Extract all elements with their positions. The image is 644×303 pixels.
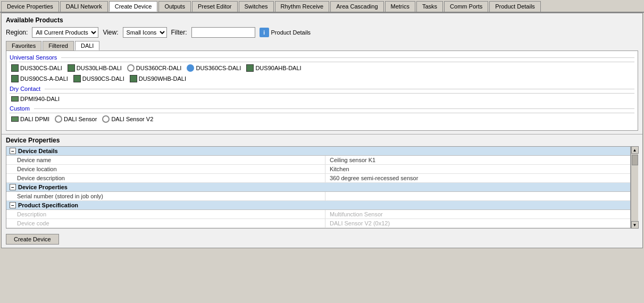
product-item[interactable]: DUS90CS-DALI: [72, 74, 126, 83]
view-label: View:: [103, 29, 118, 36]
product-row: DALI DPMIDALI SensorDALI Sensor V2: [10, 114, 634, 124]
prop-value: DALI Sensor V2 (0x12): [325, 219, 630, 228]
product-label: DUS30CS-DALI: [20, 65, 62, 71]
scroll-down-button[interactable]: ▼: [631, 221, 639, 229]
scrollbar-thumb[interactable]: [632, 155, 638, 165]
product-label: DALI DPMI: [20, 116, 49, 122]
product-label: DUS360CS-DALI: [196, 65, 241, 71]
tab-tasks[interactable]: Tasks: [416, 1, 443, 12]
sub-tab-favorites[interactable]: Favorites: [6, 41, 41, 50]
product-label: DUS360CR-DALI: [136, 65, 182, 71]
region-label: Region:: [6, 29, 28, 36]
region-select[interactable]: All Current Products: [32, 27, 98, 38]
product-item[interactable]: DUS360CS-DALI: [185, 64, 242, 72]
tab-create-device[interactable]: Create Device: [109, 1, 158, 12]
green-square-icon: [130, 75, 137, 82]
small-rect-icon: [11, 116, 19, 122]
green-square-icon: [246, 64, 254, 72]
green-square-icon: [11, 75, 19, 82]
product-item[interactable]: DUS90CS-A-DALI: [10, 74, 70, 83]
product-label: DUS90CS-A-DALI: [20, 75, 68, 82]
product-row: DUS90CS-A-DALIDUS90CS-DALIDUS90WHB-DALI: [10, 74, 634, 83]
prop-value: Multifunction Sensor: [325, 210, 630, 218]
product-item[interactable]: DPMI940-DALI: [10, 95, 61, 103]
green-square-icon: [11, 64, 19, 72]
product-item[interactable]: DUS90WHB-DALI: [128, 74, 188, 83]
tab-product-details[interactable]: Product Details: [489, 1, 541, 12]
tab-bar: Device PropertiesDALI NetworkCreate Devi…: [0, 0, 644, 13]
prop-label: Serial number (stored in job only): [6, 192, 325, 200]
product-list: Universal SensorsDUS30CS-DALIDUS30LHB-DA…: [6, 51, 638, 131]
tab-outputs[interactable]: Outputs: [158, 1, 191, 12]
sub-tab-bar: FavoritesFilteredDALI: [6, 41, 638, 51]
props-group-product-specification: −Product Specification: [6, 201, 630, 210]
product-list-inner: Universal SensorsDUS30CS-DALIDUS30LHB-DA…: [10, 53, 634, 124]
prop-label: Device code: [6, 219, 325, 228]
green-square-icon: [73, 75, 81, 82]
filter-label: Filter:: [171, 29, 187, 36]
props-row: Device description360 degree semi-recess…: [6, 174, 630, 183]
scrollbar-track[interactable]: ▲ ▼: [631, 146, 638, 229]
collapse-button[interactable]: −: [10, 202, 16, 208]
product-item[interactable]: DALI DPMI: [10, 115, 51, 123]
product-label: DPMI940-DALI: [20, 96, 60, 102]
prop-value: Ceiling sensor K1: [325, 156, 630, 164]
circle-outline-icon: [55, 115, 62, 123]
main-content: Available Products Region: All Current P…: [1, 13, 643, 248]
product-row: DPMI940-DALI: [10, 95, 634, 103]
tab-rhythm-receive[interactable]: Rhythm Receive: [275, 1, 330, 12]
tab-device-properties[interactable]: Device Properties: [1, 1, 59, 12]
prop-value: 360 degree semi-recessed sensor: [325, 174, 630, 182]
device-properties-section: Device Properties −Device DetailsDevice …: [2, 134, 642, 231]
product-item[interactable]: DUS30CS-DALI: [10, 64, 64, 72]
props-row: Device nameCeiling sensor K1: [6, 156, 630, 165]
props-scroll-container: −Device DetailsDevice nameCeiling sensor…: [6, 146, 638, 229]
available-products-title: Available Products: [6, 16, 638, 24]
group-name: Product Specification: [18, 202, 78, 208]
category-universal-sensors: Universal Sensors: [10, 53, 634, 62]
product-row: DUS30CS-DALIDUS30LHB-DALIDUS360CR-DALIDU…: [10, 63, 634, 73]
sub-tab-dali[interactable]: DALI: [75, 41, 99, 50]
product-details-label: Product Details: [271, 29, 311, 36]
collapse-button[interactable]: −: [10, 184, 16, 190]
product-item[interactable]: DUS360CR-DALI: [126, 64, 183, 72]
sub-tab-filtered[interactable]: Filtered: [43, 41, 74, 50]
scroll-up-button[interactable]: ▲: [631, 146, 639, 154]
tab-dali-network[interactable]: DALI Network: [60, 1, 108, 12]
tab-comm-ports[interactable]: Comm Ports: [444, 1, 488, 12]
filter-input[interactable]: [191, 27, 255, 38]
group-name: Device Details: [18, 148, 58, 154]
prop-value: Kitchen: [325, 165, 630, 173]
green-square-icon: [68, 64, 75, 72]
product-details-button[interactable]: i Product Details: [260, 28, 311, 37]
props-row: Device locationKitchen: [6, 165, 630, 174]
product-label: DUS90AHB-DALI: [255, 65, 301, 71]
blue-circle-icon: [187, 64, 194, 72]
create-device-button[interactable]: Create Device: [6, 234, 59, 245]
product-label: DALI Sensor V2: [111, 116, 153, 122]
product-label: DUS30LHB-DALI: [77, 65, 122, 71]
product-label: DUS90WHB-DALI: [139, 75, 186, 82]
tab-preset-editor[interactable]: Preset Editor: [192, 1, 238, 12]
product-item[interactable]: DUS30LHB-DALI: [66, 64, 123, 72]
product-item[interactable]: DALI Sensor V2: [101, 115, 155, 123]
category-dry-contact: Dry Contact: [10, 85, 634, 94]
props-group-device-properties: −Device Properties: [6, 183, 630, 192]
product-details-icon: i: [260, 28, 269, 37]
tab-metrics[interactable]: Metrics: [385, 1, 415, 12]
product-label: DALI Sensor: [64, 116, 97, 122]
tab-switches[interactable]: Switches: [239, 1, 274, 12]
circle-outline-icon: [127, 64, 135, 72]
collapse-button[interactable]: −: [10, 148, 16, 154]
small-rect-icon: [11, 96, 19, 102]
available-products-section: Available Products Region: All Current P…: [2, 13, 642, 134]
product-item[interactable]: DALI Sensor: [53, 115, 98, 123]
prop-label: Device description: [6, 174, 325, 182]
prop-label: Description: [6, 210, 325, 218]
tab-area-cascading[interactable]: Area Cascading: [330, 1, 383, 12]
filter-bar: Region: All Current Products View: Small…: [6, 27, 638, 38]
view-select[interactable]: Small Icons: [123, 27, 167, 38]
prop-label: Device location: [6, 165, 325, 173]
product-item[interactable]: DUS90AHB-DALI: [245, 64, 303, 72]
product-label: DUS90CS-DALI: [82, 75, 124, 82]
